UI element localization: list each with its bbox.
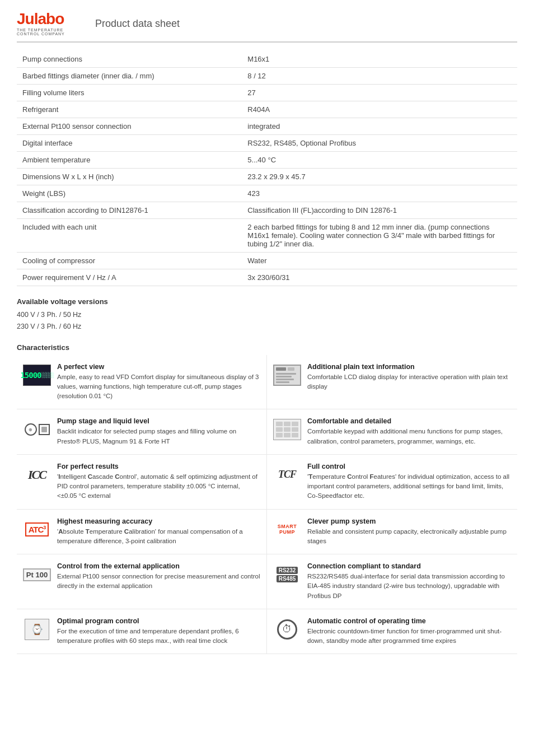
char-content-clever-pump: Clever pump system Reliable and consiste… (307, 517, 512, 547)
char-desc: RS232/RS485 dual-interface for serial da… (307, 572, 512, 601)
char-icon-plain-text (273, 363, 302, 388)
atc-icon: ATC3 (25, 522, 49, 536)
char-title: Control from the external application (57, 562, 261, 570)
spec-value: 23.2 x 29.9 x 45.7 (242, 169, 517, 185)
characteristic-item: ⌚ Optimal program control For the execut… (17, 609, 267, 655)
char-title: Automatic control of operating time (307, 617, 512, 625)
char-content-pump-stage: Pump stage and liquid level Backlit indi… (57, 417, 261, 446)
char-title: Pump stage and liquid level (57, 417, 261, 425)
spec-label: Power requirement V / Hz / A (17, 269, 242, 286)
spec-label: External Pt100 sensor connection (17, 118, 242, 135)
char-title: Connection compliant to standard (307, 562, 512, 570)
char-icon-perfect-view: 15000░░░░░ (22, 363, 51, 388)
logo-sub: THE TEMPERATURE CONTROL COMPANY (17, 28, 84, 36)
characteristic-item: Comfortable and detailed Comfortable key… (267, 409, 517, 455)
timer-icon: ⏱ (277, 619, 297, 640)
spec-value: RS232, RS485, Optional Profibus (242, 135, 517, 152)
char-content-comfortable-detailed: Comfortable and detailed Comfortable key… (307, 417, 512, 446)
spec-label: Weight (LBS) (17, 185, 242, 202)
table-row: Filling volume liters27 (17, 85, 517, 101)
char-title: A perfect view (57, 363, 261, 371)
characteristics-title: Characteristics (17, 343, 517, 352)
char-icon-clever-pump: SMART PUMP (273, 517, 302, 542)
spec-label: Included with each unit (17, 219, 242, 253)
display-icon: 15000░░░░░ (23, 365, 51, 386)
char-icon-optimal-program: ⌚ (22, 617, 51, 642)
characteristic-item: RS232 RS485 Connection compliant to stan… (267, 554, 517, 609)
rs-icon: RS232 RS485 (277, 567, 298, 582)
char-desc: 'Absolute Temperature Calibration' for m… (57, 527, 261, 547)
spec-value: 8 / 12 (242, 68, 517, 85)
spec-value: 27 (242, 85, 517, 101)
table-row: Power requirement V / Hz / A3x 230/60/31 (17, 269, 517, 286)
table-row: RefrigerantR404A (17, 101, 517, 118)
lcd-icon (273, 365, 301, 386)
table-row: External Pt100 sensor connectionintegrat… (17, 118, 517, 135)
char-content-external-app: Control from the external application Ex… (57, 562, 261, 591)
table-row: Classification according to DIN12876-1Cl… (17, 202, 517, 219)
characteristic-item: Additional plain text information Comfor… (267, 355, 517, 410)
characteristic-item: TCF Full control 'Temperature Control Fe… (267, 455, 517, 510)
spec-label: Ambient temperature (17, 152, 242, 169)
char-title: For perfect results (57, 463, 261, 470)
page-title: Product data sheet (95, 18, 180, 30)
keyboard-icon (273, 419, 301, 440)
specs-table: Pump connectionsM16x1Barbed fittings dia… (17, 51, 517, 286)
prog-icon: ⌚ (25, 619, 49, 640)
spec-value: 5...40 °C (242, 152, 517, 169)
logo: Julabo THE TEMPERATURE CONTROL COMPANY (17, 11, 84, 36)
table-row: Included with each unit2 each barbed fit… (17, 219, 517, 253)
char-content-perfect-view: A perfect view Ample, easy to read VFD C… (57, 363, 261, 402)
char-content-full-control: Full control 'Temperature Control Featur… (307, 463, 512, 501)
table-row: Pump connectionsM16x1 (17, 51, 517, 68)
pt100-icon: Pt 100 (23, 568, 51, 581)
spec-label: Pump connections (17, 51, 242, 68)
tcf-icon: TCF (278, 469, 296, 480)
char-content-optimal-program: Optimal program control For the executio… (57, 617, 261, 646)
spec-label: Digital interface (17, 135, 242, 152)
characteristic-item: ⏱ Automatic control of operating time El… (267, 609, 517, 655)
spec-value: Water (242, 253, 517, 269)
char-title: Optimal program control (57, 617, 261, 625)
char-icon-external-app: Pt 100 (22, 562, 51, 587)
char-icon-perfect-results: ICC (22, 463, 51, 487)
spec-label: Classification according to DIN12876-1 (17, 202, 242, 219)
smart-pump-icon: SMART PUMP (278, 524, 297, 535)
table-row: Cooling of compressorWater (17, 253, 517, 269)
characteristic-item: ATC3 Highest measuring accuracy 'Absolut… (17, 510, 267, 555)
char-title: Clever pump system (307, 517, 512, 525)
spec-value: 2 each barbed fittings for tubing 8 and … (242, 219, 517, 253)
characteristic-item: Pt 100 Control from the external applica… (17, 554, 267, 609)
table-row: Ambient temperature5...40 °C (17, 152, 517, 169)
char-icon-pump-stage: ⊕ (22, 417, 51, 442)
characteristic-item: 15000░░░░░ A perfect view Ample, easy to… (17, 355, 267, 410)
characteristic-item: SMART PUMP Clever pump system Reliable a… (267, 510, 517, 555)
spec-value: 423 (242, 185, 517, 202)
logo-text: Julabo (17, 11, 84, 27)
char-desc: Comfortable keypad with additional menu … (307, 427, 512, 446)
spec-label: Filling volume liters (17, 85, 242, 101)
spec-value: integrated (242, 118, 517, 135)
char-desc: External Pt100 sensor connection for pre… (57, 572, 261, 591)
char-desc: Electronic countdown-timer function for … (307, 627, 512, 646)
char-content-highest-accuracy: Highest measuring accuracy 'Absolute Tem… (57, 517, 261, 547)
pump-icon: ⊕ (25, 423, 50, 436)
spec-value: R404A (242, 101, 517, 118)
char-content-plain-text: Additional plain text information Comfor… (307, 363, 512, 392)
char-content-perfect-results: For perfect results 'Intelligent Cascade… (57, 463, 261, 501)
page-header: Julabo THE TEMPERATURE CONTROL COMPANY P… (17, 11, 517, 43)
char-desc: Backlit indicator for selected pump stag… (57, 427, 261, 446)
char-desc: Ample, easy to read VFD Comfort display … (57, 372, 261, 402)
char-icon-highest-accuracy: ATC3 (22, 517, 51, 542)
spec-label: Barbed fittings diameter (inner dia. / m… (17, 68, 242, 85)
char-title: Comfortable and detailed (307, 417, 512, 425)
spec-value: Classification III (FL)according to DIN … (242, 202, 517, 219)
char-icon-full-control: TCF (273, 463, 302, 487)
char-title: Additional plain text information (307, 363, 512, 371)
spec-value: M16x1 (242, 51, 517, 68)
table-row: Weight (LBS)423 (17, 185, 517, 202)
characteristic-item: ICC For perfect results 'Intelligent Cas… (17, 455, 267, 510)
characteristics-grid: 15000░░░░░ A perfect view Ample, easy to… (17, 355, 517, 655)
char-title: Highest measuring accuracy (57, 517, 261, 525)
table-row: Barbed fittings diameter (inner dia. / m… (17, 68, 517, 85)
